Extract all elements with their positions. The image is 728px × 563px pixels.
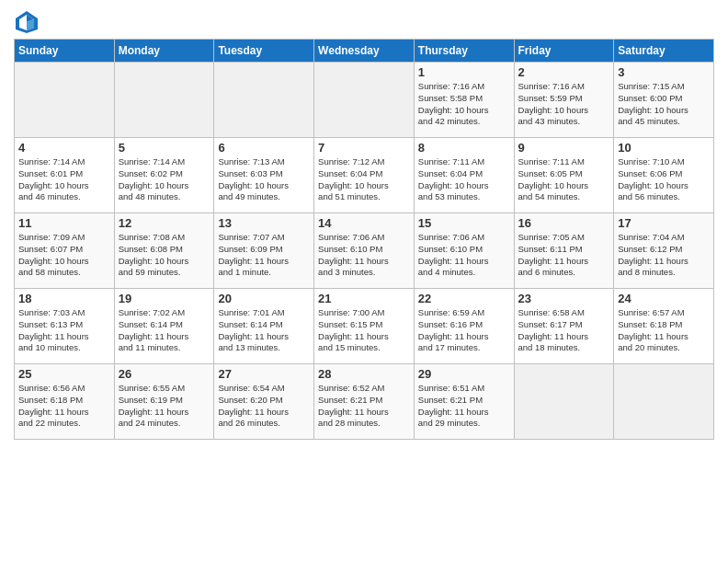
- day-info: Sunrise: 7:00 AM Sunset: 6:15 PM Dayligh…: [318, 307, 410, 354]
- header-row: SundayMondayTuesdayWednesdayThursdayFrid…: [15, 40, 714, 63]
- col-header-wednesday: Wednesday: [314, 40, 415, 63]
- calendar-cell: [214, 63, 314, 138]
- day-number: 1: [418, 65, 510, 79]
- day-number: 6: [218, 141, 310, 155]
- week-row-0: 1Sunrise: 7:16 AM Sunset: 5:58 PM Daylig…: [15, 63, 714, 138]
- day-number: 8: [418, 141, 510, 155]
- calendar-cell: 2Sunrise: 7:16 AM Sunset: 5:59 PM Daylig…: [514, 63, 614, 138]
- day-info: Sunrise: 7:11 AM Sunset: 6:05 PM Dayligh…: [518, 156, 610, 203]
- calendar-cell: [514, 364, 614, 440]
- col-header-saturday: Saturday: [614, 40, 714, 63]
- day-number: 16: [518, 216, 610, 230]
- col-header-tuesday: Tuesday: [214, 40, 314, 63]
- col-header-sunday: Sunday: [15, 40, 115, 63]
- day-info: Sunrise: 6:59 AM Sunset: 6:16 PM Dayligh…: [418, 307, 510, 354]
- day-number: 14: [318, 216, 410, 230]
- col-header-monday: Monday: [114, 40, 214, 63]
- day-number: 13: [218, 216, 310, 230]
- day-number: 10: [618, 141, 710, 155]
- day-info: Sunrise: 6:56 AM Sunset: 6:18 PM Dayligh…: [18, 383, 110, 430]
- day-info: Sunrise: 6:58 AM Sunset: 6:17 PM Dayligh…: [518, 307, 610, 354]
- week-row-2: 11Sunrise: 7:09 AM Sunset: 6:07 PM Dayli…: [15, 213, 714, 289]
- calendar-cell: 29Sunrise: 6:51 AM Sunset: 6:21 PM Dayli…: [414, 364, 514, 440]
- logo-icon: [14, 9, 40, 35]
- day-number: 9: [518, 141, 610, 155]
- day-number: 11: [18, 216, 110, 230]
- day-info: Sunrise: 6:54 AM Sunset: 6:20 PM Dayligh…: [218, 383, 310, 430]
- day-info: Sunrise: 7:15 AM Sunset: 6:00 PM Dayligh…: [618, 81, 710, 128]
- day-info: Sunrise: 6:52 AM Sunset: 6:21 PM Dayligh…: [318, 383, 410, 430]
- calendar-cell: 9Sunrise: 7:11 AM Sunset: 6:05 PM Daylig…: [514, 138, 614, 213]
- day-number: 23: [518, 292, 610, 305]
- day-number: 2: [518, 65, 610, 79]
- day-info: Sunrise: 7:06 AM Sunset: 6:10 PM Dayligh…: [318, 232, 410, 279]
- day-number: 29: [418, 367, 510, 381]
- day-number: 20: [218, 292, 310, 305]
- calendar-cell: 4Sunrise: 7:14 AM Sunset: 6:01 PM Daylig…: [15, 138, 115, 213]
- day-number: 12: [119, 216, 210, 230]
- day-number: 3: [618, 65, 710, 79]
- day-number: 4: [18, 141, 110, 155]
- week-row-3: 18Sunrise: 7:03 AM Sunset: 6:13 PM Dayli…: [15, 289, 714, 364]
- day-number: 18: [18, 292, 110, 305]
- logo-area: [14, 9, 43, 35]
- calendar-cell: [114, 63, 214, 138]
- calendar-cell: 21Sunrise: 7:00 AM Sunset: 6:15 PM Dayli…: [314, 289, 415, 364]
- calendar-cell: 15Sunrise: 7:06 AM Sunset: 6:10 PM Dayli…: [414, 213, 514, 289]
- week-row-4: 25Sunrise: 6:56 AM Sunset: 6:18 PM Dayli…: [15, 364, 714, 440]
- day-info: Sunrise: 7:16 AM Sunset: 5:58 PM Dayligh…: [418, 81, 510, 128]
- calendar-cell: 13Sunrise: 7:07 AM Sunset: 6:09 PM Dayli…: [214, 213, 314, 289]
- day-info: Sunrise: 7:14 AM Sunset: 6:02 PM Dayligh…: [119, 156, 210, 203]
- calendar-cell: 3Sunrise: 7:15 AM Sunset: 6:00 PM Daylig…: [614, 63, 714, 138]
- day-info: Sunrise: 7:07 AM Sunset: 6:09 PM Dayligh…: [218, 232, 310, 279]
- day-number: 19: [119, 292, 210, 305]
- day-info: Sunrise: 7:11 AM Sunset: 6:04 PM Dayligh…: [418, 156, 510, 203]
- week-row-1: 4Sunrise: 7:14 AM Sunset: 6:01 PM Daylig…: [15, 138, 714, 213]
- calendar-cell: 5Sunrise: 7:14 AM Sunset: 6:02 PM Daylig…: [114, 138, 214, 213]
- calendar-cell: 1Sunrise: 7:16 AM Sunset: 5:58 PM Daylig…: [414, 63, 514, 138]
- calendar-cell: [614, 364, 714, 440]
- day-info: Sunrise: 7:01 AM Sunset: 6:14 PM Dayligh…: [218, 307, 310, 354]
- calendar-cell: [314, 63, 415, 138]
- calendar-cell: 11Sunrise: 7:09 AM Sunset: 6:07 PM Dayli…: [15, 213, 115, 289]
- col-header-friday: Friday: [514, 40, 614, 63]
- day-number: 22: [418, 292, 510, 305]
- calendar-cell: 24Sunrise: 6:57 AM Sunset: 6:18 PM Dayli…: [614, 289, 714, 364]
- day-number: 28: [318, 367, 410, 381]
- day-number: 27: [218, 367, 310, 381]
- day-info: Sunrise: 6:51 AM Sunset: 6:21 PM Dayligh…: [418, 383, 510, 430]
- day-number: 5: [119, 141, 210, 155]
- calendar-cell: 10Sunrise: 7:10 AM Sunset: 6:06 PM Dayli…: [614, 138, 714, 213]
- day-info: Sunrise: 7:05 AM Sunset: 6:11 PM Dayligh…: [518, 232, 610, 279]
- calendar-cell: 25Sunrise: 6:56 AM Sunset: 6:18 PM Dayli…: [15, 364, 115, 440]
- calendar-cell: 14Sunrise: 7:06 AM Sunset: 6:10 PM Dayli…: [314, 213, 415, 289]
- day-number: 17: [618, 216, 710, 230]
- calendar-cell: 7Sunrise: 7:12 AM Sunset: 6:04 PM Daylig…: [314, 138, 415, 213]
- calendar-cell: 18Sunrise: 7:03 AM Sunset: 6:13 PM Dayli…: [15, 289, 115, 364]
- day-number: 24: [618, 292, 710, 305]
- day-info: Sunrise: 7:13 AM Sunset: 6:03 PM Dayligh…: [218, 156, 310, 203]
- calendar-header: SundayMondayTuesdayWednesdayThursdayFrid…: [15, 40, 714, 63]
- page: SundayMondayTuesdayWednesdayThursdayFrid…: [0, 0, 728, 449]
- calendar-cell: 12Sunrise: 7:08 AM Sunset: 6:08 PM Dayli…: [114, 213, 214, 289]
- day-info: Sunrise: 7:02 AM Sunset: 6:14 PM Dayligh…: [119, 307, 210, 354]
- day-info: Sunrise: 7:08 AM Sunset: 6:08 PM Dayligh…: [119, 232, 210, 279]
- day-number: 7: [318, 141, 410, 155]
- calendar-body: 1Sunrise: 7:16 AM Sunset: 5:58 PM Daylig…: [15, 63, 714, 440]
- day-info: Sunrise: 7:04 AM Sunset: 6:12 PM Dayligh…: [618, 232, 710, 279]
- calendar-cell: [15, 63, 115, 138]
- calendar-cell: 26Sunrise: 6:55 AM Sunset: 6:19 PM Dayli…: [114, 364, 214, 440]
- calendar-cell: 23Sunrise: 6:58 AM Sunset: 6:17 PM Dayli…: [514, 289, 614, 364]
- day-info: Sunrise: 7:09 AM Sunset: 6:07 PM Dayligh…: [18, 232, 110, 279]
- day-info: Sunrise: 7:06 AM Sunset: 6:10 PM Dayligh…: [418, 232, 510, 279]
- day-number: 25: [18, 367, 110, 381]
- calendar-cell: 6Sunrise: 7:13 AM Sunset: 6:03 PM Daylig…: [214, 138, 314, 213]
- day-number: 26: [119, 367, 210, 381]
- day-number: 15: [418, 216, 510, 230]
- day-info: Sunrise: 6:57 AM Sunset: 6:18 PM Dayligh…: [618, 307, 710, 354]
- calendar-cell: 28Sunrise: 6:52 AM Sunset: 6:21 PM Dayli…: [314, 364, 415, 440]
- header: [14, 9, 714, 35]
- calendar-cell: 8Sunrise: 7:11 AM Sunset: 6:04 PM Daylig…: [414, 138, 514, 213]
- calendar-cell: 20Sunrise: 7:01 AM Sunset: 6:14 PM Dayli…: [214, 289, 314, 364]
- calendar-cell: 22Sunrise: 6:59 AM Sunset: 6:16 PM Dayli…: [414, 289, 514, 364]
